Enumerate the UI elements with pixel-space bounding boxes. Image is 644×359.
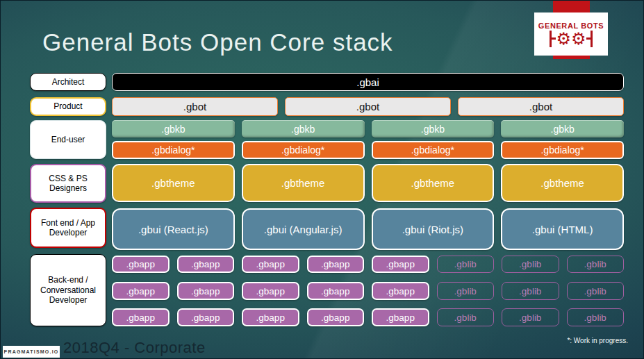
gbot-block: .gbot xyxy=(112,97,278,116)
gblib-block: .gblib xyxy=(437,256,495,273)
gbdialog-block: .gbdialog* xyxy=(242,141,365,159)
gbapp-block: .gbapp xyxy=(242,256,299,273)
gbtheme-block: .gbtheme xyxy=(242,164,365,202)
row-gbkb: .gbkb .gbkb .gbkb .gbkb xyxy=(112,120,624,137)
slide-canvas: General Bots Open Core stack GENERAL BOT… xyxy=(0,0,644,359)
role-label-backend-conversational-developer: Back-end / Conversational Developer xyxy=(30,254,106,326)
gblib-block: .gblib xyxy=(567,308,625,326)
row-gbui: .gbui (React.js) .gbui (Angular.js) .gbu… xyxy=(112,208,624,250)
gbkb-block: .gbkb xyxy=(112,120,235,137)
row-gbai: .gbai xyxy=(112,73,624,91)
page-title: General Bots Open Core stack xyxy=(42,28,543,56)
role-label-frontend-app-developer: Font end / App Developer xyxy=(30,208,106,248)
gbot-block: .gbot xyxy=(458,97,624,116)
gbapp-block: .gbapp xyxy=(242,282,299,300)
gbapp-block: .gbapp xyxy=(112,308,170,326)
gbui-riot-block: .gbui (Riot.js) xyxy=(372,208,495,250)
row-gbdialog: .gbdialog* .gbdialog* .gbdialog* .gbdial… xyxy=(112,141,624,159)
general-bots-logo: GENERAL BOTS ⚙⚙ xyxy=(534,12,608,56)
gbapp-block: .gbapp xyxy=(112,256,170,273)
row-gbapp-1: .gbapp .gbapp .gbapp .gbapp .gbapp .gbli… xyxy=(112,256,624,273)
gbtheme-block: .gbtheme xyxy=(501,164,624,202)
gbapp-block: .gbapp xyxy=(307,308,365,326)
gblib-block: .gblib xyxy=(437,282,495,300)
gbapp-block: .gbapp xyxy=(372,282,429,300)
role-label-css-ps-designers: CSS & PS Designers xyxy=(30,164,106,203)
gbkb-block: .gbkb xyxy=(501,120,624,137)
gbapp-block: .gbapp xyxy=(177,308,235,326)
gbai-block: .gbai xyxy=(112,73,624,91)
gears-icon: ⚙⚙ xyxy=(550,31,592,47)
logo-brand-text: GENERAL BOTS xyxy=(538,22,604,30)
work-in-progress-footnote: *: Work in progress. xyxy=(567,337,628,344)
gbapp-block: .gbapp xyxy=(242,308,299,326)
gbapp-block: .gbapp xyxy=(177,256,235,273)
row-gbot: .gbot .gbot .gbot xyxy=(112,97,624,116)
gblib-block: .gblib xyxy=(437,308,495,326)
gear-icon: ⚙ xyxy=(571,31,586,47)
gbdialog-block: .gbdialog* xyxy=(501,141,624,159)
role-label-end-user: End-user xyxy=(30,120,106,159)
row-gbtheme: .gbtheme .gbtheme .gbtheme .gbtheme xyxy=(112,164,624,202)
row-gbapp-3: .gbapp .gbapp .gbapp .gbapp .gbapp .gbli… xyxy=(112,308,624,326)
gbapp-block: .gbapp xyxy=(177,282,235,300)
role-label-architect: Architect xyxy=(30,73,106,91)
row-gbapp-2: .gbapp .gbapp .gbapp .gbapp .gbapp .gbli… xyxy=(112,282,624,300)
gbkb-block: .gbkb xyxy=(372,120,495,137)
gbapp-block: .gbapp xyxy=(112,282,170,300)
gbtheme-block: .gbtheme xyxy=(372,164,495,202)
role-label-product: Product xyxy=(30,97,106,116)
gblib-block: .gblib xyxy=(502,308,559,326)
gbdialog-block: .gbdialog* xyxy=(112,141,235,159)
gbapp-block: .gbapp xyxy=(372,256,429,273)
gbui-html-block: .gbui (HTML) xyxy=(501,208,624,250)
gear-bar-icon xyxy=(591,31,593,47)
pragmatismo-logo: PRAGMATISMO.IO xyxy=(3,346,60,358)
gbot-block: .gbot xyxy=(285,97,451,116)
gbdialog-block: .gbdialog* xyxy=(372,141,495,159)
footer-caption: 2018Q4 - Corporate xyxy=(63,339,206,357)
gbkb-block: .gbkb xyxy=(242,120,365,137)
gblib-block: .gblib xyxy=(502,256,559,273)
gblib-block: .gblib xyxy=(567,256,625,273)
gbui-angular-block: .gbui (Angular.js) xyxy=(242,208,365,250)
gbtheme-block: .gbtheme xyxy=(112,164,235,202)
gblib-block: .gblib xyxy=(502,282,559,300)
gbapp-block: .gbapp xyxy=(372,308,429,326)
gbapp-block: .gbapp xyxy=(307,282,365,300)
gblib-block: .gblib xyxy=(567,282,625,300)
gbui-react-block: .gbui (React.js) xyxy=(112,208,235,250)
gbapp-block: .gbapp xyxy=(307,256,365,273)
gear-icon: ⚙ xyxy=(556,31,571,47)
